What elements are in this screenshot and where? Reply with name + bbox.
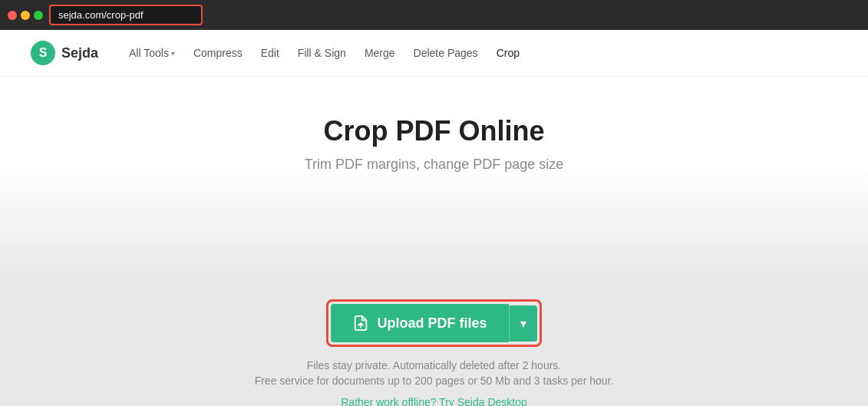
page-title: Crop PDF Online [15,115,853,147]
nav-delete-pages[interactable]: Delete Pages [406,42,486,64]
upload-icon [352,315,369,332]
close-button[interactable] [8,11,17,20]
logo-name: Sejda [61,45,98,61]
page-subtitle: Trim PDF margins, change PDF page size [15,157,853,173]
nav-merge[interactable]: Merge [357,42,403,64]
upload-dropdown-button[interactable]: ▾ [509,305,537,342]
nav-edit[interactable]: Edit [253,42,287,64]
upload-section: Upload PDF files ▾ Files stay private. A… [0,276,868,406]
offline-link[interactable]: Rather work offline? Try Sejda Desktop [341,396,527,406]
nav-links: All Tools ▾ Compress Edit Fill & Sign Me… [121,42,527,64]
browser-chrome: sejda.com/crop-pdf [0,0,868,30]
chevron-down-icon: ▾ [171,49,175,58]
nav-crop[interactable]: Crop [489,42,527,64]
privacy-text: Files stay private. Automatically delete… [307,359,562,371]
logo-icon: S [31,41,55,65]
upload-button-label: Upload PDF files [377,315,487,332]
navbar: S Sejda All Tools ▾ Compress Edit Fill &… [0,30,868,77]
nav-all-tools[interactable]: All Tools ▾ [121,42,183,64]
logo-link[interactable]: S Sejda [31,41,98,65]
upload-button-wrapper: Upload PDF files ▾ [326,299,541,347]
free-service-text: Free service for documents up to 200 pag… [255,375,614,387]
maximize-button[interactable] [34,11,43,20]
address-bar[interactable]: sejda.com/crop-pdf [49,5,203,25]
chevron-down-icon: ▾ [520,317,526,330]
hero-section: Crop PDF Online Trim PDF margins, change… [0,77,868,276]
upload-pdf-button[interactable]: Upload PDF files [331,304,508,342]
nav-compress[interactable]: Compress [186,42,250,64]
minimize-button[interactable] [21,11,30,20]
nav-fill-sign[interactable]: Fill & Sign [290,42,354,64]
window-controls [8,11,43,20]
